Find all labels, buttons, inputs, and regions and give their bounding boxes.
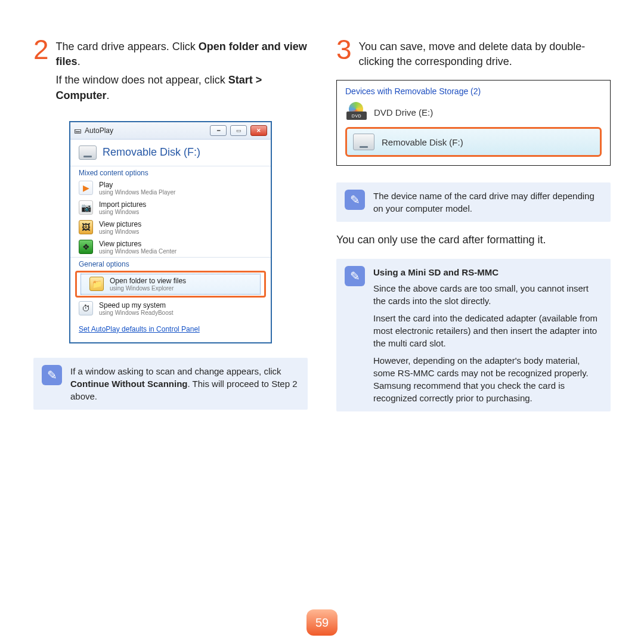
option-view-pictures-wmc[interactable]: ❖ View pictures using Windows Media Cent…: [70, 237, 271, 257]
step-2-header: 2 The card drive appears. Click Open fol…: [33, 36, 308, 103]
minimize-button[interactable]: ━: [210, 125, 227, 136]
autoplay-window: 🖴 AutoPlay ━ ▭ ✕ Removable Disk (F:) Mix…: [69, 121, 272, 343]
option-speed-title: Speed up my system: [99, 301, 174, 309]
removable-disk-icon: [79, 145, 97, 160]
drive-small-icon: 🖴: [74, 126, 81, 135]
option-import-sub: using Windows: [99, 209, 146, 215]
option-open-folder[interactable]: 📁 Open folder to view files using Window…: [80, 274, 261, 295]
removable-disk-icon: [353, 134, 374, 150]
option-speedup[interactable]: ⏱ Speed up my system using Windows Ready…: [70, 299, 271, 318]
close-button[interactable]: ✕: [250, 125, 267, 136]
step2-line1-post: .: [78, 55, 80, 67]
dvd-drive-icon: DVD: [346, 104, 367, 120]
dvd-drive-label: DVD Drive (E:): [374, 107, 433, 117]
removable-disk-highlight: Removable Disk (F:): [345, 127, 602, 157]
option-import-title: Import pictures: [99, 200, 146, 209]
autoplay-footer: Set AutoPlay defaults in Control Panel: [70, 318, 271, 342]
general-options-label: General options: [70, 257, 271, 270]
right-column: 3 You can save, move and delete data by …: [336, 36, 611, 411]
removable-disk-item[interactable]: Removable Disk (F:): [353, 134, 594, 150]
option-play[interactable]: ▶ Play using Windows Media Player: [70, 178, 271, 198]
option-import-pictures[interactable]: 📷 Import pictures using Windows: [70, 198, 271, 218]
mixed-content-label: Mixed content options: [70, 166, 271, 178]
readyboost-icon: ⏱: [79, 301, 93, 315]
page-content: 2 The card drive appears. Click Open fol…: [0, 0, 644, 411]
autoplay-title: AutoPlay: [85, 126, 206, 135]
left-column: 2 The card drive appears. Click Open fol…: [33, 36, 308, 411]
note-mini-sd-p1: Since the above cards are too small, you…: [373, 282, 602, 307]
camera-icon: 📷: [79, 200, 93, 215]
option-open-title: Open folder to view files: [110, 277, 186, 285]
note-mini-sd-p2: Insert the card into the dedicated adapt…: [373, 312, 602, 349]
option-speed-sub: using Windows ReadyBoost: [99, 309, 174, 316]
note-scan-pre: If a window asking to scan and change ap…: [70, 366, 281, 376]
option-open-sub: using Windows Explorer: [110, 285, 186, 292]
option-view-sub: using Windows: [99, 228, 141, 235]
wmp-icon: ▶: [79, 181, 93, 195]
highlighted-option-box: 📁 Open folder to view files using Window…: [75, 271, 266, 298]
step2-line1-pre: The card drive appears. Click: [56, 41, 199, 52]
option-view-pictures[interactable]: 🖼 View pictures using Windows: [70, 218, 271, 237]
format-card-text: You can only use the card after formatti…: [336, 233, 611, 247]
explorer-panel: Devices with Removable Storage (2) DVD D…: [336, 80, 611, 166]
option-play-sub: using Windows Media Player: [99, 189, 175, 196]
folder-icon: 📁: [89, 277, 104, 291]
option-wmc-sub: using Windows Media Center: [99, 248, 177, 255]
option-wmc-title: View pictures: [99, 240, 177, 248]
step-3-body: You can save, move and delete data by do…: [359, 39, 611, 69]
pencil-note-icon: ✎: [42, 365, 62, 385]
step-number-2: 2: [33, 36, 49, 63]
note-scan-bold: Continue Without Scanning: [70, 379, 188, 389]
autoplay-titlebar: 🖴 AutoPlay ━ ▭ ✕: [70, 122, 271, 140]
step2-line2-post: .: [107, 89, 110, 101]
step-3-header: 3 You can save, move and delete data by …: [336, 36, 611, 69]
maximize-button[interactable]: ▭: [230, 125, 247, 136]
option-play-title: Play: [99, 181, 175, 189]
step-2-body: The card drive appears. Click Open folde…: [56, 39, 308, 103]
explorer-heading: Devices with Removable Storage (2): [345, 86, 602, 96]
note-device-text: The device name of the card drive may di…: [373, 190, 602, 215]
option-view-title: View pictures: [99, 220, 141, 228]
step2-line2-pre: If the window does not appear, click: [56, 74, 228, 86]
note-mini-sd-title: Using a Mini SD and RS-MMC: [373, 266, 602, 278]
autoplay-header: Removable Disk (F:): [70, 140, 271, 166]
autoplay-header-text: Removable Disk (F:): [103, 146, 200, 159]
step-number-3: 3: [336, 36, 352, 63]
note-mini-sd: ✎ Using a Mini SD and RS-MMC Since the a…: [336, 259, 611, 411]
note-device-name: ✎ The device name of the card drive may …: [336, 182, 611, 222]
dvd-drive-item[interactable]: DVD DVD Drive (E:): [345, 101, 602, 123]
note-mini-sd-p3: However, depending on the adapter's body…: [373, 354, 602, 404]
pencil-note-icon: ✎: [345, 266, 365, 286]
media-center-icon: ❖: [79, 240, 93, 254]
page-number-badge: 59: [306, 609, 338, 636]
pictures-icon: 🖼: [79, 220, 93, 234]
dvd-box-label: DVD: [346, 112, 367, 120]
note-scan: ✎ If a window asking to scan and change …: [33, 358, 308, 410]
removable-disk-label: Removable Disk (F:): [382, 137, 463, 147]
pencil-note-icon: ✎: [345, 190, 365, 210]
autoplay-defaults-link[interactable]: Set AutoPlay defaults in Control Panel: [79, 325, 200, 333]
